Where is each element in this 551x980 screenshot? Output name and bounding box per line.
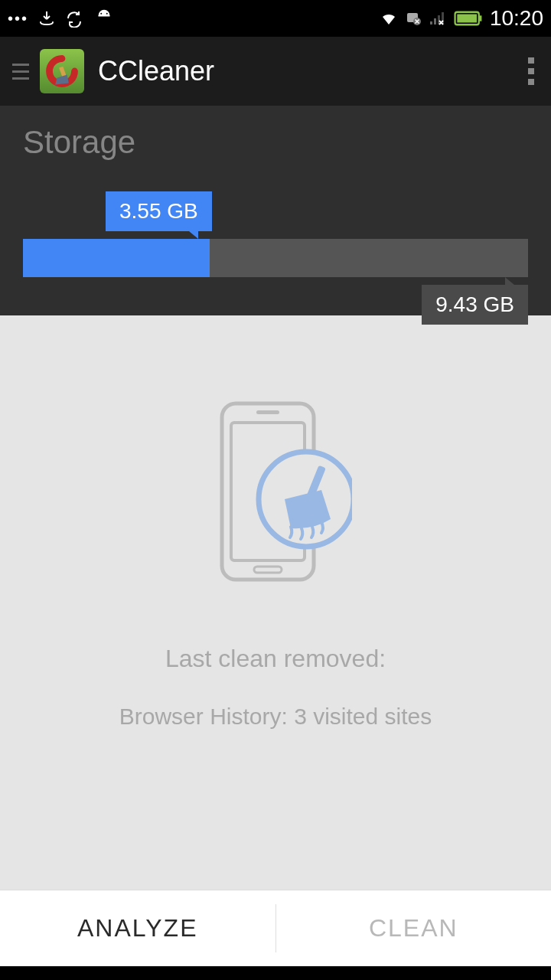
app-logo-icon: [40, 49, 84, 93]
more-dots-icon: •••: [8, 10, 28, 28]
storage-bar: [23, 239, 528, 277]
overflow-menu-icon[interactable]: [520, 50, 542, 93]
bottom-bar: ANALYZE CLEAN: [0, 890, 551, 966]
sync-icon: [65, 9, 83, 28]
svg-rect-5: [434, 18, 436, 24]
android-icon: [93, 7, 116, 30]
storage-total-label: 9.43 GB: [422, 285, 528, 325]
svg-rect-14: [256, 410, 279, 414]
storage-section: Storage 3.55 GB 9.43 GB: [0, 106, 551, 315]
svg-rect-10: [457, 15, 477, 23]
app-bar: CCleaner: [0, 37, 551, 106]
status-left: •••: [8, 7, 116, 30]
phone-clean-illustration-icon: [199, 400, 352, 599]
battery-icon: [453, 10, 484, 27]
status-time: 10:20: [490, 6, 543, 31]
svg-point-1: [106, 13, 108, 15]
svg-rect-9: [479, 15, 482, 21]
svg-point-0: [100, 13, 102, 15]
storage-used-label: 3.55 GB: [106, 191, 212, 231]
wifi-icon: [380, 9, 398, 28]
last-clean-title: Last clean removed:: [165, 645, 386, 673]
mute-card-icon: [404, 9, 422, 28]
last-clean-detail: Browser History: 3 visited sites: [119, 704, 432, 730]
clean-button[interactable]: CLEAN: [276, 890, 552, 966]
svg-rect-4: [430, 21, 432, 24]
status-right: 10:20: [380, 6, 543, 31]
content-area: Last clean removed: Browser History: 3 v…: [0, 315, 551, 890]
analyze-button[interactable]: ANALYZE: [0, 890, 276, 966]
storage-chart: 3.55 GB 9.43 GB: [23, 191, 528, 277]
svg-rect-15: [254, 567, 282, 573]
signal-icon: [429, 9, 447, 28]
storage-bar-fill: [23, 239, 210, 277]
storage-title: Storage: [23, 124, 528, 161]
app-title: CCleaner: [98, 55, 520, 87]
hamburger-menu-icon[interactable]: [9, 57, 32, 86]
download-icon: [37, 9, 56, 28]
status-bar: ••• 10:20: [0, 0, 551, 37]
